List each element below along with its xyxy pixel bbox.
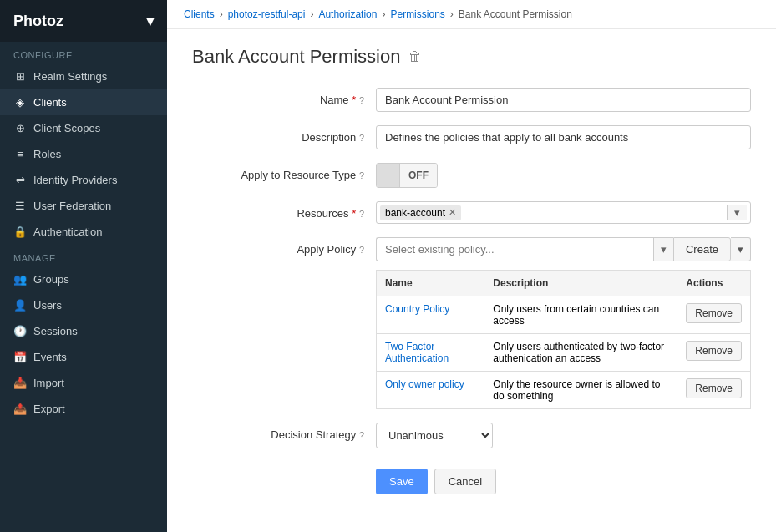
realm-settings-icon: ⊞	[13, 70, 27, 83]
breadcrumb-permissions[interactable]: Permissions	[390, 8, 444, 20]
policy-name-link[interactable]: Only owner policy	[385, 378, 464, 390]
app-chevron: ▾	[146, 12, 154, 30]
sidebar-item-authentication[interactable]: 🔒 Authentication	[0, 219, 167, 245]
groups-icon: 👥	[13, 273, 27, 286]
description-help-icon[interactable]: ?	[359, 133, 364, 143]
name-help-icon[interactable]: ?	[359, 95, 364, 105]
policy-description-cell: Only the resource owner is allowed to do…	[484, 372, 677, 409]
policy-description-cell: Only users from certain countries can ac…	[484, 296, 677, 334]
decision-strategy-select[interactable]: Unanimous Affirmative Consensus	[376, 423, 493, 448]
import-icon: 📥	[13, 377, 27, 389]
breadcrumb-sep-2: ›	[310, 8, 313, 20]
policy-actions-cell: Remove	[677, 334, 751, 372]
create-button[interactable]: Create	[673, 237, 731, 261]
policy-name-link[interactable]: Two Factor Authentication	[385, 341, 449, 364]
action-row: Save Cancel	[376, 469, 496, 494]
resource-tag-remove[interactable]: ✕	[449, 207, 456, 218]
remove-policy-button[interactable]: Remove	[686, 303, 742, 323]
create-btn-group: Create ▾	[673, 237, 751, 261]
identity-providers-icon: ⇌	[13, 174, 27, 186]
toggle-indicator	[377, 164, 400, 187]
sidebar-item-label: Sessions	[33, 325, 78, 337]
apply-resource-type-toggle[interactable]: OFF	[376, 163, 438, 188]
clients-icon: ◈	[13, 96, 27, 109]
policy-select-row: ▾ Create ▾	[376, 237, 751, 261]
policy-actions-cell: Remove	[677, 296, 751, 334]
breadcrumb-sep-4: ›	[450, 8, 454, 20]
description-field-group: Description ?	[192, 125, 751, 149]
apply-resource-type-help-icon[interactable]: ?	[359, 170, 364, 180]
sidebar-item-roles[interactable]: ≡ Roles	[0, 141, 167, 167]
resource-tag-label: bank-account	[385, 207, 445, 219]
policy-name-cell: Only owner policy	[377, 372, 484, 409]
policy-name-link[interactable]: Country Policy	[385, 303, 449, 315]
sidebar-item-client-scopes[interactable]: ⊕ Client Scopes	[0, 115, 167, 141]
policy-select-input[interactable]	[376, 237, 653, 261]
remove-policy-button[interactable]: Remove	[686, 341, 742, 361]
policy-name-cell: Two Factor Authentication	[377, 334, 484, 372]
breadcrumb-authorization[interactable]: Authorization	[318, 8, 377, 20]
col-header-actions: Actions	[677, 271, 751, 296]
sidebar-item-label: Identity Providers	[33, 174, 117, 186]
policy-table: Name Description Actions Country Policy …	[376, 270, 751, 409]
name-field-group: Name * ?	[192, 88, 751, 112]
sidebar-item-label: Groups	[33, 273, 69, 286]
col-header-description: Description	[484, 271, 677, 296]
resources-dropdown-btn[interactable]: ▾	[727, 205, 747, 220]
col-header-name: Name	[377, 271, 484, 296]
description-input[interactable]	[376, 125, 751, 149]
sidebar-item-identity-providers[interactable]: ⇌ Identity Providers	[0, 167, 167, 193]
policy-section: ▾ Create ▾ Name Description Actions	[376, 237, 751, 409]
sidebar-item-label: User Federation	[33, 200, 111, 212]
name-input[interactable]	[376, 88, 751, 112]
policy-actions-cell: Remove	[677, 372, 751, 409]
decision-strategy-help-icon[interactable]: ?	[359, 430, 364, 440]
breadcrumb: Clients › photoz-restful-api › Authoriza…	[167, 0, 776, 29]
sidebar-item-import[interactable]: 📥 Import	[0, 370, 167, 396]
create-dropdown-btn[interactable]: ▾	[731, 237, 751, 261]
sidebar-item-user-federation[interactable]: ☰ User Federation	[0, 193, 167, 219]
user-federation-icon: ☰	[13, 200, 27, 212]
sidebar-item-users[interactable]: 👤 Users	[0, 292, 167, 318]
sidebar-item-events[interactable]: 📅 Events	[0, 344, 167, 370]
configure-section-label: Configure	[0, 42, 167, 63]
resources-field-group: Resources * ? bank-account ✕ ▾	[192, 201, 751, 224]
sidebar-item-realm-settings[interactable]: ⊞ Realm Settings	[0, 63, 167, 89]
roles-icon: ≡	[13, 148, 27, 160]
events-icon: 📅	[13, 351, 27, 363]
policy-select-dropdown-btn[interactable]: ▾	[653, 237, 673, 261]
name-required: *	[352, 94, 356, 106]
sessions-icon: 🕐	[13, 325, 27, 337]
apply-policy-label: Apply Policy ?	[192, 237, 376, 256]
cancel-button[interactable]: Cancel	[434, 469, 496, 494]
sidebar-item-sessions[interactable]: 🕐 Sessions	[0, 318, 167, 344]
sidebar-item-label: Authentication	[33, 225, 102, 238]
delete-icon[interactable]: 🗑	[408, 49, 422, 64]
policy-name-cell: Country Policy	[377, 296, 484, 334]
apply-to-resource-type-group: Apply to Resource Type ? OFF	[192, 163, 751, 188]
manage-section-label: Manage	[0, 245, 167, 266]
sidebar-item-label: Import	[33, 377, 64, 389]
sidebar-item-label: Export	[33, 403, 65, 415]
sidebar-item-label: Events	[33, 351, 67, 363]
sidebar-item-export[interactable]: 📤 Export	[0, 396, 167, 422]
sidebar-item-label: Users	[33, 299, 62, 312]
users-icon: 👤	[13, 299, 27, 312]
sidebar-item-label: Roles	[33, 148, 61, 160]
resources-help-icon[interactable]: ?	[359, 209, 364, 219]
sidebar-item-clients[interactable]: ◈ Clients	[0, 89, 167, 115]
breadcrumb-clients[interactable]: Clients	[184, 8, 215, 20]
remove-policy-button[interactable]: Remove	[686, 378, 742, 398]
breadcrumb-client[interactable]: photoz-restful-api	[228, 8, 306, 20]
apply-policy-help-icon[interactable]: ?	[359, 245, 364, 255]
export-icon: 📤	[13, 403, 27, 415]
app-header[interactable]: Photoz ▾	[0, 0, 167, 42]
resources-input[interactable]: bank-account ✕ ▾	[376, 201, 751, 224]
sidebar-item-groups[interactable]: 👥 Groups	[0, 266, 167, 292]
apply-policy-group: Apply Policy ? ▾ Create ▾ Name D	[192, 237, 751, 409]
description-label: Description ?	[192, 125, 376, 144]
resources-label: Resources * ?	[192, 201, 376, 220]
resource-tag: bank-account ✕	[380, 205, 461, 220]
page-title: Bank Account Permission	[192, 46, 400, 68]
save-button[interactable]: Save	[376, 469, 428, 494]
